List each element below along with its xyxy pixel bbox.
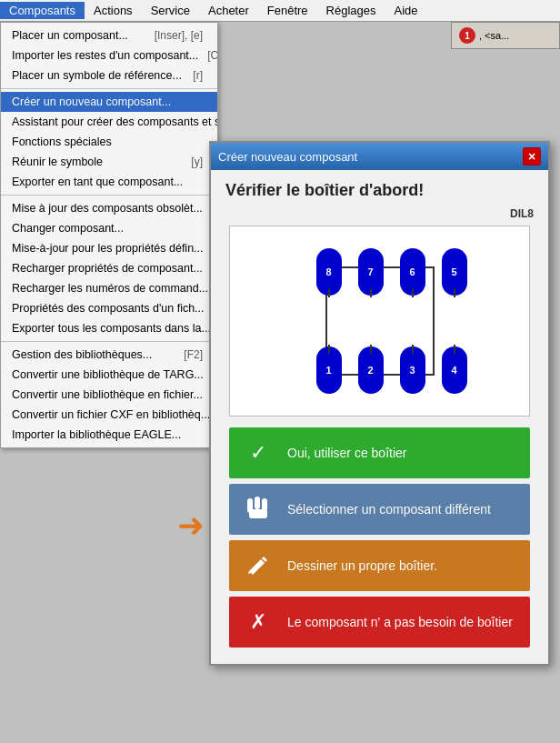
dropdown-assistant[interactable]: Assistant pour créer des composants et s… <box>1 112 217 132</box>
pin-5: 5 <box>442 248 467 296</box>
dropdown-item-shortcut: [r] <box>193 69 203 82</box>
dialog-close-button[interactable]: × <box>523 147 541 166</box>
dropdown-item-label: Changer composant... <box>12 222 124 235</box>
svg-rect-1 <box>255 497 260 509</box>
svg-rect-3 <box>249 509 267 518</box>
menu-composants[interactable]: Composants <box>0 2 85 19</box>
dropdown-item-label: Convertir une bibliothèque en fichier... <box>12 388 203 401</box>
pin-4-label: 4 <box>451 365 456 376</box>
dropdown-placer-symbole[interactable]: Placer un symbole de référence... [r] <box>1 65 217 85</box>
dropdown-convertir-cxf[interactable]: Convertir un fichier CXF en bibliothèq..… <box>1 405 217 425</box>
menu-actions[interactable]: Actions <box>85 2 142 19</box>
pin-7-line <box>370 288 372 297</box>
btn-no-package-label: Le composant n' a pas besoin de boîtier <box>287 615 513 629</box>
btn-draw-own[interactable]: Dessiner un propre boîtier. <box>229 540 530 591</box>
pin-1: 1 <box>316 346 342 394</box>
pins-bottom-row: 1 2 3 4 <box>316 346 467 394</box>
menu-service[interactable]: Service <box>142 2 199 19</box>
pin-2-label: 2 <box>367 365 373 376</box>
btn-select-different[interactable]: Sélectionner un composant différent <box>229 484 530 535</box>
cross-icon: ✗ <box>242 606 275 638</box>
dialog-titlebar: Créer nouveau composant × <box>211 143 548 170</box>
dropdown-item-shortcut: [F2] <box>184 348 203 361</box>
dropdown-separator-3 <box>1 341 217 342</box>
dropdown-item-label: Exporter en tant que composant... <box>12 176 183 188</box>
dropdown-convertir-target[interactable]: Convertir une bibliothèque de TARG... <box>1 365 217 385</box>
dropdown-item-label: Réunir le symbole <box>12 156 103 168</box>
btn-no-package[interactable]: ✗ Le composant n' a pas besoin de boîtie… <box>229 597 530 648</box>
pin-7: 7 <box>358 248 384 296</box>
dropdown-item-label: Assistant pour créer des composants et s… <box>12 115 217 128</box>
bg-app-label: , <sa... <box>479 30 509 41</box>
dropdown-item-label: Fonctions spéciales <box>12 136 112 148</box>
menu-acheter[interactable]: Acheter <box>199 2 258 19</box>
dropdown-exporter-tous[interactable]: Exporter tous les composants dans la... <box>1 318 217 338</box>
hand-icon <box>242 493 275 526</box>
dropdown-exporter-composant[interactable]: Exporter en tant que composant... <box>1 172 217 192</box>
dialog-creer-composant: Créer nouveau composant × Vérifier le bo… <box>209 141 550 666</box>
checkmark-icon: ✓ <box>242 437 275 469</box>
dropdown-convertir-fichier[interactable]: Convertir une bibliothèque en fichier... <box>1 385 217 405</box>
pin-2-line <box>370 345 372 354</box>
pin-3-label: 3 <box>409 365 415 376</box>
arrow-indicator: ➜ <box>177 509 205 542</box>
dropdown-importer-restes[interactable]: Importer les restes d'un composant... [C… <box>1 45 217 65</box>
dropdown-recharger-numeros[interactable]: Recharger les numéros de command... <box>1 278 217 298</box>
dropdown-item-shortcut: [Ctrl] + [r] <box>207 49 217 62</box>
dropdown-item-label: Importer la bibliothèque EAGLE... <box>12 428 181 441</box>
dialog-content: Vérifier le boîtier d'abord! DIL8 8 7 <box>211 170 548 664</box>
dropdown-maj-composants[interactable]: Mise à jour des composants obsolèt... <box>1 198 217 218</box>
menubar: Composants Actions Service Acheter Fenêt… <box>0 0 560 22</box>
pin-1-label: 1 <box>325 365 331 376</box>
btn-use-package-label: Oui, utiliser ce boîtier <box>287 446 407 460</box>
dropdown-item-label: Recharger propriétés de composant... <box>12 262 203 275</box>
dropdown-recharger-proprietes[interactable]: Recharger propriétés de composant... <box>1 258 217 278</box>
dropdown-item-label: Convertir une bibliothèque de TARG... <box>12 368 204 381</box>
dropdown-item-label: Importer les restes d'un composant... <box>12 49 198 62</box>
pin-8: 8 <box>316 248 342 296</box>
menu-aide[interactable]: Aide <box>385 2 427 19</box>
dropdown-creer-composant[interactable]: Créer un nouveau composant... <box>1 92 217 112</box>
btn-select-different-label: Sélectionner un composant différent <box>287 502 491 517</box>
menu-fenetre[interactable]: Fenêtre <box>258 2 317 19</box>
pencil-icon <box>242 549 275 582</box>
pin-1-line <box>328 345 330 354</box>
pin-5-line <box>454 288 455 297</box>
dropdown-item-shortcut: [Inser], [e] <box>155 29 203 42</box>
pin-6: 6 <box>400 248 425 296</box>
dropdown-item-shortcut: [y] <box>191 156 203 168</box>
pin-5-label: 5 <box>451 266 456 277</box>
dropdown-fonctions[interactable]: Fonctions spéciales <box>1 132 217 152</box>
dropdown-item-label: Recharger les numéros de command... <box>12 282 208 295</box>
dropdown-changer[interactable]: Changer composant... <box>1 218 217 238</box>
pin-3: 3 <box>400 346 425 394</box>
composants-dropdown: Placer un composant... [Inser], [e] Impo… <box>0 22 218 448</box>
pin-4: 4 <box>442 346 467 394</box>
btn-use-package[interactable]: ✓ Oui, utiliser ce boîtier <box>229 427 530 478</box>
dropdown-gestion-bibliotheques[interactable]: Gestion des bibliothèques... [F2] <box>1 345 217 365</box>
dropdown-importer-eagle[interactable]: Importer la bibliothèque EAGLE... <box>1 425 217 445</box>
dialog-headline: Vérifier le boîtier d'abord! <box>225 181 534 200</box>
dropdown-proprietes-fichier[interactable]: Propriétés des composants d'un fich... <box>1 298 217 318</box>
dropdown-item-label: Propriétés des composants d'un fich... <box>12 302 205 315</box>
dropdown-separator-1 <box>1 88 217 89</box>
pin-4-line <box>454 345 455 354</box>
dropdown-item-label: Gestion des bibliothèques... <box>12 348 152 361</box>
ic-visualization: 8 7 6 5 <box>229 226 530 417</box>
pin-6-label: 6 <box>409 266 415 277</box>
menu-reglages[interactable]: Réglages <box>317 2 385 19</box>
pin-8-line <box>328 288 330 297</box>
dialog-title: Créer nouveau composant <box>218 150 357 164</box>
bg-app-window: 1 , <sa... <box>451 22 560 49</box>
pins-top-row: 8 7 6 5 <box>316 248 467 296</box>
pin-7-label: 7 <box>367 266 373 277</box>
dropdown-item-label: Exporter tous les composants dans la... <box>12 322 211 335</box>
dropdown-maj-proprietes[interactable]: Mise-à-jour pour les propriétés défin... <box>1 238 217 258</box>
dropdown-item-label: Convertir un fichier CXF en bibliothèq..… <box>12 408 210 421</box>
dropdown-reunir[interactable]: Réunir le symbole [y] <box>1 152 217 172</box>
bg-badge: 1 <box>459 27 475 44</box>
pin-8-label: 8 <box>325 266 331 277</box>
dropdown-placer-composant[interactable]: Placer un composant... [Inser], [e] <box>1 25 217 45</box>
dropdown-item-label: Placer un symbole de référence... <box>12 69 182 82</box>
pin-3-line <box>412 345 414 354</box>
